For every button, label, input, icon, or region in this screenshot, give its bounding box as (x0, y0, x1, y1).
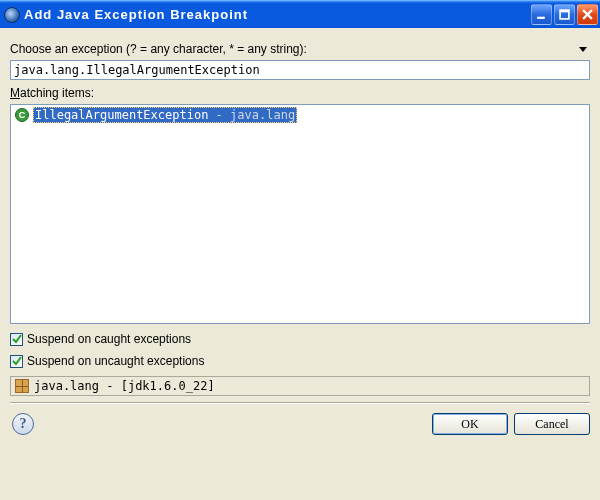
prompt-row: Choose an exception (? = any character, … (10, 42, 590, 56)
matching-items-label: Matching items: (10, 86, 590, 100)
results-list[interactable]: C IllegalArgumentException - java.lang (10, 104, 590, 324)
eclipse-icon (4, 7, 20, 23)
help-button[interactable]: ? (12, 413, 34, 435)
cancel-button[interactable]: Cancel (514, 413, 590, 435)
package-icon (15, 379, 29, 393)
maximize-button[interactable] (554, 4, 575, 25)
svg-rect-0 (537, 17, 545, 19)
suspend-caught-label: Suspend on caught exceptions (27, 332, 191, 346)
button-row: ? OK Cancel (10, 413, 590, 435)
suspend-uncaught-checkbox[interactable] (10, 355, 23, 368)
status-bar: java.lang - [jdk1.6.0_22] (10, 376, 590, 396)
minimize-button[interactable] (531, 4, 552, 25)
window-title: Add Java Exception Breakpoint (24, 7, 531, 22)
class-icon: C (15, 108, 29, 122)
history-dropdown-button[interactable] (576, 42, 590, 56)
dialog-content: Choose an exception (? = any character, … (0, 28, 600, 500)
svg-rect-2 (560, 10, 569, 12)
suspend-uncaught-row[interactable]: Suspend on uncaught exceptions (10, 354, 590, 368)
window-controls (531, 4, 598, 25)
close-button[interactable] (577, 4, 598, 25)
divider (10, 402, 590, 403)
status-text: java.lang - [jdk1.6.0_22] (34, 379, 215, 393)
suspend-caught-checkbox[interactable] (10, 333, 23, 346)
suspend-uncaught-label: Suspend on uncaught exceptions (27, 354, 204, 368)
prompt-label: Choose an exception (? = any character, … (10, 42, 576, 56)
titlebar[interactable]: Add Java Exception Breakpoint (0, 0, 600, 28)
ok-button[interactable]: OK (432, 413, 508, 435)
list-item[interactable]: C IllegalArgumentException - java.lang (13, 107, 587, 123)
exception-search-input[interactable] (10, 60, 590, 80)
suspend-caught-row[interactable]: Suspend on caught exceptions (10, 332, 590, 346)
list-item-label: IllegalArgumentException - java.lang (33, 107, 297, 123)
